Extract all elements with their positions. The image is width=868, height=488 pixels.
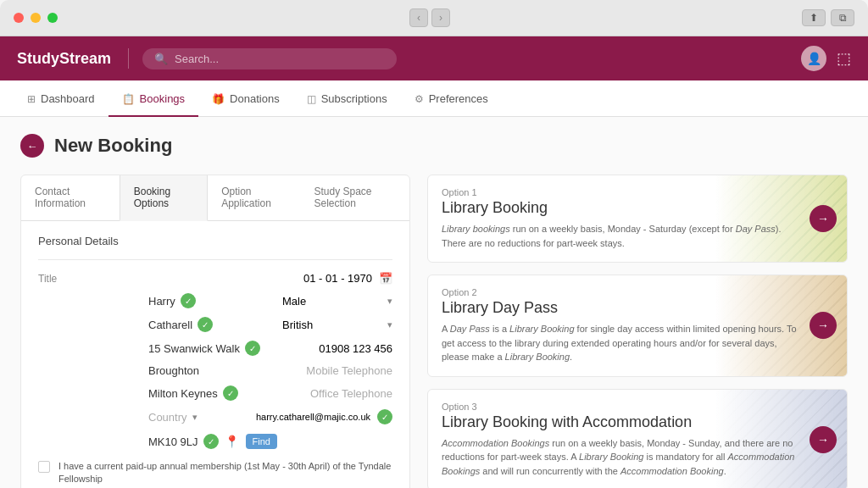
postcode-check-icon: ✓ <box>223 385 238 401</box>
forward-nav-button[interactable]: › <box>431 8 450 27</box>
option3-arrow-button[interactable]: → <box>810 426 837 453</box>
logout-button[interactable]: ⬚ <box>837 49 851 68</box>
city-value: Broughton <box>148 364 306 377</box>
option1-arrow-button[interactable]: → <box>810 205 837 232</box>
close-button[interactable] <box>14 13 24 23</box>
option3-label: Option 3 <box>442 402 799 412</box>
firstname-value: Harry ✓ <box>148 293 282 308</box>
booking-tabs: Contact Information Booking Options Opti… <box>21 175 409 221</box>
option1-description: Library bookings run on a weekly basis, … <box>442 222 799 250</box>
gender-dropdown-icon[interactable]: ▾ <box>387 296 392 307</box>
option2-label: Option 2 <box>442 287 799 297</box>
main-content: ← New Booking Contact Information Bookin… <box>0 117 868 488</box>
sidebar-item-preferences[interactable]: ⚙ Preferences <box>401 80 502 117</box>
minimize-button[interactable] <box>31 13 41 23</box>
option-card-2: Option 2 Library Day Pass A Day Pass is … <box>427 274 848 377</box>
lastname-check-icon: ✓ <box>198 317 213 332</box>
sidebar-item-bookings[interactable]: 📋 Bookings <box>108 80 198 117</box>
option2-content: Option 2 Library Day Pass A Day Pass is … <box>428 275 847 376</box>
tab-study-space[interactable]: Study Space Selection <box>300 175 409 221</box>
page-title: New Booking <box>54 135 172 157</box>
country-field[interactable]: Country ▾ <box>148 411 256 424</box>
dashboard-icon: ⊞ <box>27 93 36 105</box>
mobile-value: 01908 123 456 <box>319 342 392 355</box>
share-button[interactable]: ⬆ <box>802 9 826 26</box>
preferences-icon: ⚙ <box>415 93 424 105</box>
tab-option-application[interactable]: Option Application <box>208 175 300 221</box>
avatar[interactable]: 👤 <box>801 46 826 71</box>
option2-description: A Day Pass is a Library Booking for sing… <box>442 322 799 364</box>
search-placeholder: Search... <box>175 53 219 65</box>
map-pin-icon: 📍 <box>224 433 241 450</box>
mobile-placeholder: Mobile Telephone <box>306 364 392 377</box>
section-title: Personal Details <box>38 235 392 247</box>
postcode-area-value: Milton Keynes ✓ <box>148 385 310 401</box>
search-bar[interactable]: 🔍 Search... <box>142 48 397 69</box>
right-panel: Option 1 Library Booking Library booking… <box>427 175 848 488</box>
option2-arrow-button[interactable]: → <box>810 312 837 339</box>
form-row-lastname: Catharell ✓ British ▾ <box>38 317 392 332</box>
option-card-3: Option 3 Library Booking with Accommodat… <box>427 389 848 489</box>
option1-content: Option 1 Library Booking Library booking… <box>428 175 847 262</box>
address-check-icon: ✓ <box>245 341 260 356</box>
search-icon: 🔍 <box>154 53 168 65</box>
left-panel: Contact Information Booking Options Opti… <box>20 175 410 488</box>
dob-value: 01 - 01 - 1970 <box>303 272 372 285</box>
sidebar-item-donations[interactable]: 🎁 Donations <box>198 80 293 117</box>
form-body: Personal Details Title 01 - 01 - 1970 📅 <box>21 221 409 488</box>
header-divider <box>128 48 129 69</box>
tab-contact[interactable]: Contact Information <box>21 175 120 221</box>
form-row-address: 15 Swanwick Walk ✓ 01908 123 456 <box>38 341 392 356</box>
back-nav-button[interactable]: ‹ <box>409 8 428 27</box>
form-row-title: Title 01 - 01 - 1970 📅 <box>38 272 392 285</box>
country-dropdown-icon[interactable]: ▾ <box>192 412 198 423</box>
form-row-firstname: Harry ✓ Male ▾ <box>38 293 392 308</box>
membership-checkbox-row: I have a current paid-up annual membersh… <box>38 460 392 486</box>
app-header: StudyStream 🔍 Search... 👤 ⬚ <box>0 36 868 80</box>
form-row-postcode: MK10 9LJ ✓ 📍 Find <box>38 433 392 450</box>
dob-field: 01 - 01 - 1970 📅 <box>303 272 392 285</box>
page-header: ← New Booking <box>20 134 848 158</box>
sidebar-item-dashboard[interactable]: ⊞ Dashboard <box>14 80 108 117</box>
title-label: Title <box>38 273 148 285</box>
option2-title: Library Day Pass <box>442 299 799 317</box>
app-logo: StudyStream <box>17 50 111 68</box>
tab-button[interactable]: ⧉ <box>831 9 854 26</box>
gender-value: Male <box>282 295 306 308</box>
content-area: Contact Information Booking Options Opti… <box>20 175 848 488</box>
option-card-1: Option 1 Library Booking Library booking… <box>427 175 848 263</box>
bookings-icon: 📋 <box>122 93 135 105</box>
calendar-icon[interactable]: 📅 <box>379 272 392 285</box>
mobile-field: 01908 123 456 <box>319 342 392 355</box>
option1-title: Library Booking <box>442 199 799 217</box>
form-divider <box>38 259 392 260</box>
subscriptions-icon: ◫ <box>307 93 316 105</box>
postcode-field-check-icon: ✓ <box>203 434 219 449</box>
email-value: harry.catharell@majic.co.uk <box>256 412 370 422</box>
office-placeholder: Office Telephone <box>310 387 392 400</box>
tab-booking-options[interactable]: Booking Options <box>120 175 208 221</box>
window-chrome: ‹ › ⬆ ⧉ <box>0 0 868 36</box>
gender-field[interactable]: Male ▾ <box>282 295 392 308</box>
form-row-city: Broughton Mobile Telephone <box>38 364 392 377</box>
sidebar-item-subscriptions[interactable]: ◫ Subscriptions <box>293 80 401 117</box>
mobile-placeholder-field[interactable]: Mobile Telephone <box>306 364 392 377</box>
address-value: 15 Swanwick Walk ✓ <box>148 341 319 356</box>
postcode-value: MK10 9LJ ✓ 📍 Find <box>148 433 392 450</box>
nationality-field[interactable]: British ▾ <box>282 319 392 331</box>
fullscreen-button[interactable] <box>47 13 58 23</box>
find-button[interactable]: Find <box>246 434 277 449</box>
membership-checkbox[interactable] <box>38 461 50 473</box>
form-row-country: Country ▾ harry.catharell@majic.co.uk ✓ <box>38 409 392 424</box>
email-field: harry.catharell@majic.co.uk ✓ <box>256 409 392 424</box>
nationality-dropdown-icon[interactable]: ▾ <box>387 319 392 330</box>
office-field[interactable]: Office Telephone <box>310 387 392 400</box>
email-check-icon: ✓ <box>377 409 392 424</box>
option1-label: Option 1 <box>442 187 799 197</box>
option3-content: Option 3 Library Booking with Accommodat… <box>428 390 847 489</box>
donations-icon: 🎁 <box>212 93 225 105</box>
lastname-value: Catharell ✓ <box>148 317 282 332</box>
option3-title: Library Booking with Accommodation <box>442 413 799 431</box>
back-button-circle[interactable]: ← <box>20 134 44 158</box>
option3-description: Accommodation Bookings run on a weekly b… <box>442 436 799 479</box>
